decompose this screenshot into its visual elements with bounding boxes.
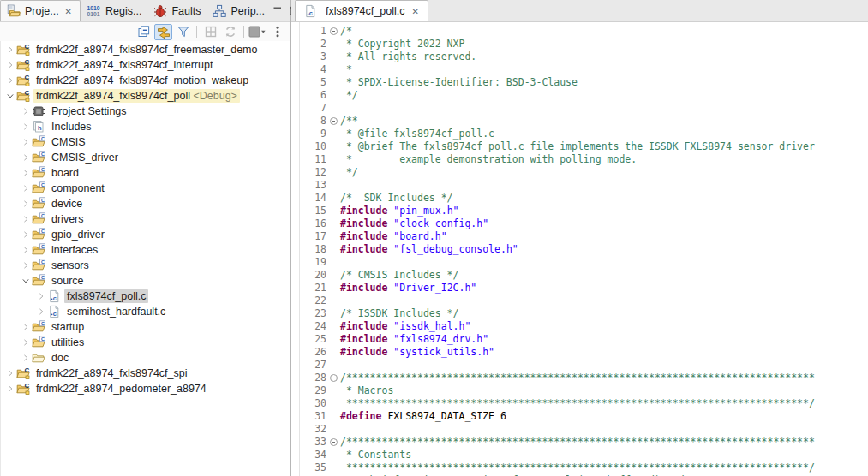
fold-column[interactable] <box>329 397 340 410</box>
fold-column[interactable] <box>329 282 340 295</box>
chevron-right-icon[interactable] <box>20 260 31 271</box>
code-line[interactable]: 17#include "board.h" <box>291 230 868 243</box>
code-line[interactable]: 28/*************************************… <box>291 372 868 384</box>
editor-tab[interactable]: c fxls8974cf_poll.c ✕ <box>295 0 428 21</box>
chevron-right-icon[interactable] <box>4 75 15 86</box>
code-line[interactable]: 2 * Copyright 2022 NXP <box>291 38 868 51</box>
chevron-down-icon[interactable] <box>4 91 15 102</box>
fold-column[interactable] <box>329 269 340 282</box>
tree-row[interactable]: CCMSIS_driver <box>1 150 290 165</box>
code-line[interactable]: 12 */ <box>291 166 868 179</box>
annotation-ruler[interactable] <box>291 22 300 476</box>
code-line[interactable]: 13 <box>291 179 868 192</box>
fold-column[interactable] <box>329 205 340 217</box>
tree-row[interactable]: Cgpio_driver <box>1 227 290 242</box>
tree-row[interactable]: Cboard <box>1 165 290 181</box>
tree-row[interactable]: Cdrivers <box>1 211 290 227</box>
project-tree[interactable]: Cfrdmk22f_a8974_fxls8974cf_freemaster_de… <box>0 41 290 476</box>
chevron-down-icon[interactable] <box>20 276 31 287</box>
fold-column[interactable] <box>329 89 340 102</box>
code-line[interactable]: 6 */ <box>291 89 868 102</box>
code-line[interactable]: 20/* CMSIS Includes */ <box>291 269 868 282</box>
fold-column[interactable] <box>329 140 340 153</box>
fold-column[interactable] <box>329 192 340 205</box>
tree-row[interactable]: Cutilities <box>1 335 290 350</box>
code-line[interactable]: 21#include "Driver_I2C.h" <box>291 282 868 295</box>
tree-row[interactable]: Cfrdmk22f_a8974_fxls8974cf_interrupt <box>1 57 290 73</box>
chevron-right-icon[interactable] <box>20 245 31 256</box>
code-line[interactable]: 8/** <box>291 115 868 128</box>
tree-row[interactable]: cfxls8974cf_poll.c <box>1 289 290 304</box>
fold-column[interactable] <box>329 410 340 423</box>
fold-column[interactable] <box>329 38 340 51</box>
fold-column[interactable] <box>329 461 340 474</box>
fold-column[interactable] <box>329 372 340 384</box>
code-line[interactable]: 32 <box>291 423 868 436</box>
tab-faults[interactable]: Faults <box>147 0 207 21</box>
code-line[interactable]: 10 * @brief The fxls8974cf_poll.c file i… <box>291 140 868 153</box>
fold-column[interactable] <box>329 51 340 63</box>
chevron-right-icon[interactable] <box>20 322 31 333</box>
tree-row[interactable]: Cfrdmk22f_a8974_fxls8974cf_poll <Debug> <box>1 88 290 104</box>
chevron-right-icon[interactable] <box>20 137 31 148</box>
fold-column[interactable] <box>329 179 340 192</box>
tree-row[interactable]: Cinterfaces <box>1 242 290 258</box>
chevron-right-icon[interactable] <box>4 60 15 71</box>
tree-row[interactable]: Ccomponent <box>1 181 290 196</box>
fold-column[interactable] <box>329 346 340 359</box>
fold-column[interactable] <box>329 320 340 333</box>
code-line[interactable]: 9 * @file fxls8974cf_poll.c <box>291 128 868 140</box>
chevron-right-icon[interactable] <box>20 337 31 348</box>
fold-column[interactable] <box>329 128 340 140</box>
tree-row[interactable]: Cfrdmk22f_a8974_fxls8974cf_spi <box>1 366 290 381</box>
fold-column[interactable] <box>329 230 340 243</box>
fold-column[interactable] <box>329 449 340 461</box>
tree-row[interactable]: CCMSIS <box>1 134 290 150</box>
close-icon[interactable]: ✕ <box>410 6 420 17</box>
close-icon[interactable]: ✕ <box>63 6 74 17</box>
tree-row[interactable]: Cdevice <box>1 196 290 211</box>
working-set-swatch-button[interactable] <box>248 24 266 40</box>
tree-row[interactable]: Csensors <box>1 258 290 273</box>
code-line[interactable]: 19 <box>291 256 868 269</box>
code-line[interactable]: 35 *************************************… <box>291 461 868 474</box>
chevron-right-icon[interactable] <box>4 384 15 395</box>
chevron-right-icon[interactable] <box>35 291 46 302</box>
fold-column[interactable] <box>329 166 340 179</box>
code-line[interactable]: 7 <box>291 102 868 115</box>
fold-column[interactable] <box>329 307 340 320</box>
tab-registers[interactable]: 10100101Regis... <box>81 0 147 21</box>
fold-minus-icon[interactable] <box>330 117 338 125</box>
tree-row[interactable]: Project Settings <box>1 104 290 119</box>
code-line[interactable]: 11 * example demonstration with polling … <box>291 153 868 166</box>
tree-row[interactable]: Cstartup <box>1 319 290 335</box>
tab-project-explorer[interactable]: Proje...✕ <box>0 0 81 21</box>
code-line[interactable]: 26#include "systick_utils.h" <box>291 346 868 359</box>
tree-row[interactable]: doc <box>1 350 290 366</box>
tree-row[interactable]: hIncludes <box>1 119 290 134</box>
code-line[interactable]: 30 *************************************… <box>291 397 868 410</box>
chevron-right-icon[interactable] <box>20 199 31 210</box>
fold-column[interactable] <box>329 76 340 89</box>
minimize-button[interactable] <box>271 4 284 18</box>
code-line[interactable]: 22 <box>291 295 868 307</box>
fold-column[interactable] <box>329 436 340 449</box>
code-line[interactable]: 23/* ISSDK Includes */ <box>291 307 868 320</box>
fold-column[interactable] <box>329 333 340 346</box>
code-line[interactable]: 25#include "fxls8974_drv.h" <box>291 333 868 346</box>
code-line[interactable]: 1/* <box>291 25 868 38</box>
fold-column[interactable] <box>329 25 340 38</box>
fold-column[interactable] <box>329 423 340 436</box>
fold-column[interactable] <box>329 243 340 256</box>
view-menu-button[interactable] <box>268 24 286 40</box>
fold-column[interactable] <box>329 359 340 372</box>
fold-column[interactable] <box>329 217 340 230</box>
code-line[interactable]: 5 * SPDX-License-Identifier: BSD-3-Claus… <box>291 76 868 89</box>
fold-column[interactable] <box>329 63 340 76</box>
tree-row[interactable]: Cfrdmk22f_a8974_fxls8974cf_freemaster_de… <box>1 42 290 57</box>
chevron-right-icon[interactable] <box>20 229 31 241</box>
code-line[interactable]: 33/*************************************… <box>291 436 868 449</box>
tree-row[interactable]: Cfrdmk22f_a8974_pedometer_a8974 <box>1 381 290 396</box>
chevron-right-icon[interactable] <box>20 183 31 194</box>
fold-column[interactable] <box>329 153 340 166</box>
